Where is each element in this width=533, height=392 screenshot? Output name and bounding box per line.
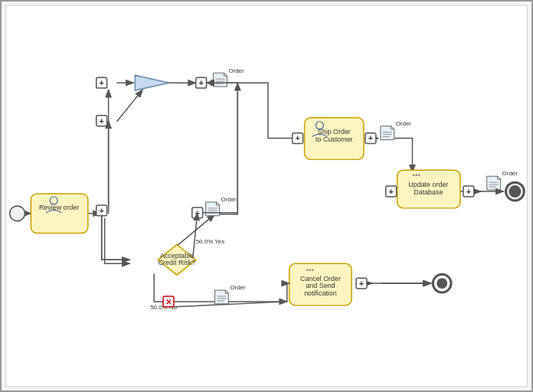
yes-label: 50.0% Yes [196,238,224,245]
order-label-end: Order [502,170,518,177]
order-label-yes: Order [221,196,237,203]
ship-order-label2: to Customer [316,136,353,143]
ship-order-label: Ship Order [318,128,351,136]
parallel-gw-after-updatedb-icon: + [466,187,471,196]
cancel-order-label2: and Send [306,282,335,289]
order-label-top: Order [228,67,244,74]
data-obj-order-top [214,73,227,87]
parallel-gw-join1-icon: + [100,78,104,87]
diagram-canvas: Review order + + + + Order + [0,0,533,392]
data-obj-order-yes [206,202,220,216]
parallel-gw-split1-icon: + [100,206,104,215]
start-event [10,206,25,221]
end-event-1-inner [509,185,522,198]
parallel-gw-no-icon: ✕ [165,298,172,306]
parallel-gw-join2-icon: + [100,116,104,126]
data-obj-order-no [215,290,229,304]
review-order-task[interactable] [31,194,87,234]
review-order-label: Review order [39,204,80,211]
parallel-gw-merge-icon: + [198,78,203,87]
data-obj-order-ship [381,126,394,140]
cancel-order-icon: ••• [306,266,315,274]
credit-risk-label2: Credit Risk? [159,259,196,266]
parallel-gw-before-ship-icon: + [295,133,299,142]
update-db-label: Update order [408,181,448,188]
end-event-2-inner [437,278,447,289]
parallel-gw-after-ship-icon: + [368,133,373,142]
cancel-order-label3: notification [304,289,337,297]
update-db-label2: Database [414,188,443,196]
parallel-gw-before-updatedb-icon: + [389,187,394,196]
update-db-icon: ••• [413,171,421,179]
parallel-gw-after-cancel-icon: + [359,279,364,288]
data-obj-order-end [487,176,501,190]
order-label-no: Order [230,284,246,291]
cancel-order-label: Cancel Order [300,275,341,283]
order-label-ship: Order [396,120,412,127]
